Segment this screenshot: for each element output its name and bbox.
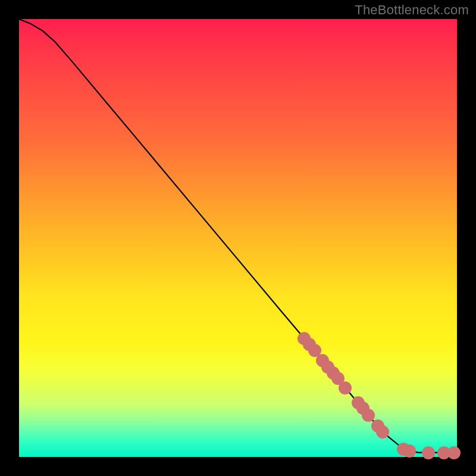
data-marker	[403, 444, 416, 458]
data-marker	[376, 425, 389, 439]
data-marker	[422, 446, 435, 459]
curve-line	[19, 19, 457, 457]
attribution-watermark: TheBottleneck.com	[355, 2, 469, 18]
chart-frame: TheBottleneck.com	[0, 0, 476, 476]
data-marker	[362, 409, 375, 422]
plot-area	[19, 19, 457, 457]
data-marker	[447, 446, 461, 459]
data-marker	[339, 381, 352, 394]
